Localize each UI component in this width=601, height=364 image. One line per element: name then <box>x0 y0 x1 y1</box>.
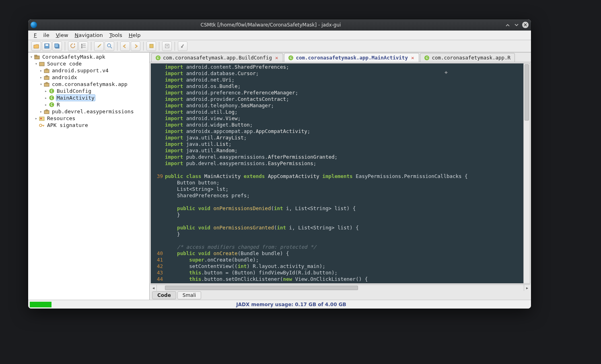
code-tab[interactable]: Code <box>152 291 176 299</box>
tree-pkg-androidx[interactable]: ▸androidx <box>29 74 149 81</box>
scroll-right-icon[interactable]: ▸ <box>524 285 530 291</box>
memory-status: JADX memory usage: 0.17 GB of 4.00 GB <box>51 302 531 307</box>
svg-point-38 <box>40 118 42 119</box>
svg-rect-28 <box>46 82 47 84</box>
file-tree[interactable]: ▾CoronaSafetyMask.apk ▾Source code ▸andr… <box>28 53 150 300</box>
tree-cls-main[interactable]: ▸CMainActivity <box>29 94 149 101</box>
save-button[interactable] <box>42 41 51 51</box>
app-icon <box>31 22 37 28</box>
svg-text:C: C <box>50 103 52 107</box>
tree-cls-r[interactable]: ▸CR <box>29 101 149 108</box>
code-editor[interactable]: 39 40 41 42 43 44 import android.content… <box>150 63 530 284</box>
svg-rect-3 <box>55 44 58 47</box>
svg-rect-5 <box>81 45 82 47</box>
scrollbar-thumb[interactable] <box>525 64 529 121</box>
progress-bar <box>30 302 51 307</box>
nav-back-button[interactable] <box>120 41 130 51</box>
tree-root[interactable]: ▾CoronaSafetyMask.apk <box>29 53 149 60</box>
tree-signature[interactable]: ▸APK signature <box>29 122 149 129</box>
close-icon[interactable]: ✕ <box>410 55 415 61</box>
code-content[interactable]: import android.content.SharedPreferences… <box>165 63 523 283</box>
statusbar: JADX memory usage: 0.17 GB of 4.00 GB <box>28 300 531 309</box>
deobfuscate-button[interactable] <box>146 41 156 51</box>
tree-pkg-support[interactable]: ▸android.support.v4 <box>29 67 149 74</box>
svg-rect-4 <box>81 44 82 45</box>
close-button[interactable]: ✕ <box>522 22 529 28</box>
menubar: File View Navigation Tools Help <box>28 31 531 40</box>
menu-view[interactable]: View <box>53 31 72 39</box>
flatten-button[interactable] <box>78 41 88 51</box>
settings-button[interactable] <box>178 41 187 51</box>
line-gutter: 39 40 41 42 43 44 <box>151 63 165 283</box>
svg-rect-22 <box>39 62 44 66</box>
svg-point-12 <box>107 44 111 47</box>
titlebar[interactable]: CSMtk [/home/f0wl/Malware/CoronaSafetyMa… <box>28 19 531 31</box>
toolbar <box>28 40 531 52</box>
class-icon <box>424 55 429 60</box>
svg-point-39 <box>39 124 42 127</box>
menu-tools[interactable]: Tools <box>106 31 126 39</box>
tab-label: com.coronasafetymask.app.MainActivity <box>296 55 408 61</box>
nav-forward-button[interactable] <box>131 41 140 51</box>
menu-help[interactable]: Help <box>126 31 144 39</box>
svg-point-11 <box>101 44 101 45</box>
svg-rect-26 <box>46 76 47 77</box>
class-icon <box>288 55 293 60</box>
svg-text:C: C <box>50 96 52 100</box>
tab-mainactivity[interactable]: com.coronasafetymask.app.MainActivity✕ <box>284 53 419 62</box>
tree-pkg-pub[interactable]: ▸pub.devrel.easypermissions <box>29 108 149 115</box>
search-button[interactable] <box>105 41 114 51</box>
menu-navigation[interactable]: Navigation <box>72 31 106 39</box>
close-icon[interactable]: ✕ <box>274 55 279 61</box>
open-button[interactable] <box>31 41 41 51</box>
minimize-button[interactable] <box>504 22 511 28</box>
svg-line-10 <box>98 45 101 47</box>
maximize-button[interactable] <box>513 22 520 28</box>
svg-rect-14 <box>150 44 153 48</box>
scroll-left-icon[interactable]: ◂ <box>150 285 157 291</box>
horizontal-scrollbar[interactable]: ◂ ▸ <box>150 284 530 291</box>
tree-cls-build[interactable]: ▸CBuildConfig <box>29 88 149 94</box>
svg-rect-19 <box>182 44 184 47</box>
menu-file[interactable]: File <box>31 31 53 39</box>
wand-button[interactable] <box>94 41 104 51</box>
svg-rect-6 <box>81 47 82 48</box>
sync-button[interactable] <box>68 41 78 51</box>
tab-label: com.coronasafetymask.app.R <box>432 55 510 61</box>
svg-rect-7 <box>83 44 86 44</box>
svg-rect-9 <box>83 47 86 47</box>
log-button[interactable] <box>162 41 172 51</box>
tab-r[interactable]: com.coronasafetymask.app.R <box>420 53 515 62</box>
class-icon <box>156 55 161 60</box>
window-title: CSMtk [/home/f0wl/Malware/CoronaSafetyMa… <box>39 22 502 28</box>
svg-line-13 <box>110 47 112 48</box>
tree-resources[interactable]: ▸Resources <box>29 115 149 122</box>
app-window: CSMtk [/home/f0wl/Malware/CoronaSafetyMa… <box>28 19 531 309</box>
save-all-button[interactable] <box>52 41 62 51</box>
smali-tab[interactable]: Smali <box>177 291 201 299</box>
svg-rect-21 <box>35 55 37 56</box>
tab-buildconfig[interactable]: com.coronasafetymask.app.BuildConfig✕ <box>151 53 283 62</box>
svg-rect-24 <box>46 69 47 70</box>
scrollbar-thumb[interactable] <box>165 286 358 290</box>
tree-source[interactable]: ▾Source code <box>29 60 149 67</box>
vertical-scrollbar[interactable] <box>523 63 530 283</box>
svg-rect-36 <box>46 110 47 111</box>
view-tabs: Code Smali <box>150 291 531 300</box>
svg-rect-37 <box>39 117 44 121</box>
svg-text:C: C <box>50 89 52 93</box>
editor-tabs: com.coronasafetymask.app.BuildConfig✕ co… <box>150 53 531 62</box>
tree-pkg-app[interactable]: ▾com.coronasafetymask.app <box>29 81 149 88</box>
svg-rect-1 <box>45 44 48 46</box>
cursor-icon: ⌖ <box>445 69 448 76</box>
tab-label: com.coronasafetymask.app.BuildConfig <box>163 55 272 61</box>
svg-rect-8 <box>83 45 86 46</box>
